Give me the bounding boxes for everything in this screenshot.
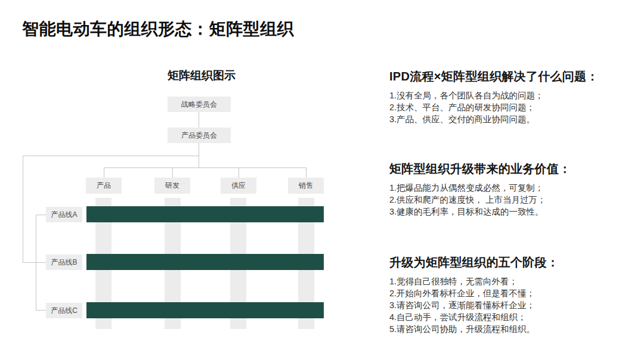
- product-line-label-b: 产品线B: [46, 255, 82, 270]
- section-item: 3.产品、供应、交付的商业协同问题。: [389, 113, 628, 125]
- section-problems: IPD流程×矩阵型组织解决了什么问题： 1.没有全局，各个团队各自为战的问题； …: [389, 69, 628, 125]
- connector-line: [36, 215, 46, 215]
- matrix-org-diagram: 矩阵组织图示 战略委员会 产品委员会 产品 研发 供应 销售: [0, 0, 382, 363]
- function-box-sales: 销售: [288, 178, 324, 194]
- section-heading: 矩阵型组织升级带来的业务价值：: [389, 161, 628, 177]
- product-line-bar: [86, 206, 324, 222]
- section-item: 3.健康的毛利率，目标和达成的一致性。: [389, 206, 628, 218]
- connector-line: [23, 262, 36, 263]
- function-box-supply: 供应: [221, 178, 256, 194]
- section-item: 1.没有全局，各个团队各自为战的问题；: [389, 89, 628, 101]
- connector-line: [23, 156, 23, 262]
- section-item: 1.把爆品能力从偶然变成必然，可复制；: [389, 182, 628, 194]
- connector-line: [36, 310, 46, 311]
- section-five-stages: 升级为矩阵型组织的五个阶段： 1.觉得自己很独特，无需向外看； 2.开始向外看标…: [389, 255, 628, 335]
- connector-line: [172, 167, 173, 178]
- strategy-committee-box: 战略委员会: [168, 97, 231, 112]
- connector-line: [36, 262, 46, 263]
- product-line-bar: [86, 254, 324, 270]
- product-line-label-a: 产品线A: [46, 207, 82, 222]
- connector-line: [104, 167, 104, 178]
- section-item: 4.自己动手，尝试升级流程和组织；: [389, 311, 628, 323]
- section-item: 2.开始向外看标杆企业，但是看不懂；: [389, 287, 628, 299]
- section-item: 3.请咨询公司，逐渐能看懂标杆企业；: [389, 299, 628, 311]
- function-box-rnd: 研发: [154, 178, 190, 194]
- product-committee-box: 产品委员会: [168, 128, 231, 143]
- connector-line: [306, 167, 306, 178]
- section-business-value: 矩阵型组织升级带来的业务价值： 1.把爆品能力从偶然变成必然，可复制； 2.供应…: [389, 161, 628, 218]
- diagram-title: 矩阵组织图示: [143, 68, 260, 83]
- connector-line: [199, 112, 199, 128]
- section-item: 1.觉得自己很独特，无需向外看；: [389, 275, 628, 287]
- section-item: 2.技术、平台、产品的研发协同问题；: [389, 101, 628, 113]
- connector-line: [239, 167, 239, 178]
- slide: 智能电动车的组织形态：矩阵型组织 矩阵组织图示 战略委员会 产品委员会 产品 研…: [0, 0, 644, 363]
- function-box-product: 产品: [86, 178, 122, 194]
- connector-line: [104, 167, 306, 168]
- product-line-label-c: 产品线C: [46, 303, 82, 318]
- section-item: 5.请咨询公司协助，升级流程和组织。: [389, 323, 628, 335]
- product-line-bar: [86, 302, 324, 318]
- section-item: 2.供应和爬产的速度快， 上市当月过万；: [389, 194, 628, 206]
- section-heading: IPD流程×矩阵型组织解决了什么问题：: [389, 69, 628, 85]
- section-heading: 升级为矩阵型组织的五个阶段：: [389, 255, 628, 271]
- connector-line: [23, 156, 199, 156]
